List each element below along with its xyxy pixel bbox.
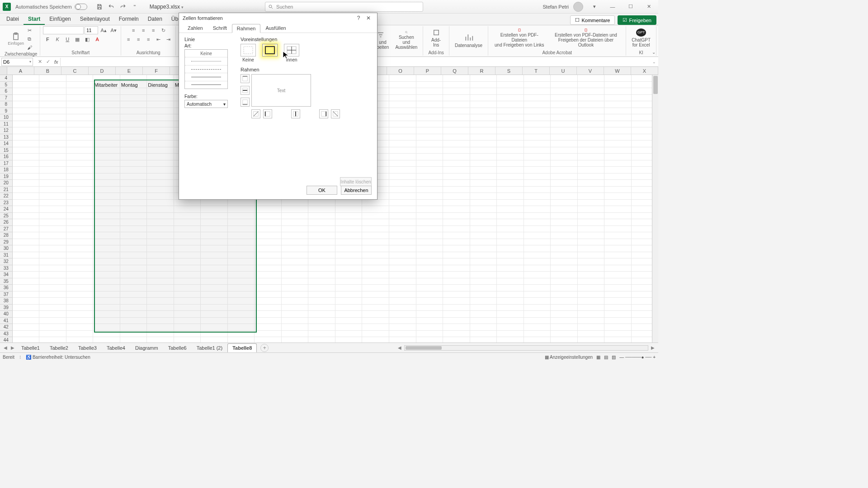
column-header[interactable]: C	[61, 67, 89, 75]
cell[interactable]	[147, 114, 174, 121]
row-header[interactable]: 36	[0, 285, 13, 291]
cell[interactable]	[147, 75, 174, 82]
cell[interactable]	[604, 298, 632, 305]
cell[interactable]	[93, 272, 120, 278]
cell[interactable]	[362, 311, 389, 318]
column-header[interactable]: P	[414, 67, 441, 75]
cell[interactable]	[39, 206, 66, 213]
cell[interactable]	[147, 258, 174, 265]
cell[interactable]	[174, 311, 201, 318]
cell[interactable]	[93, 160, 120, 167]
cell[interactable]	[578, 121, 605, 128]
cell[interactable]	[147, 88, 174, 95]
cell[interactable]	[524, 134, 551, 141]
cell[interactable]	[201, 213, 228, 220]
comments-button[interactable]: ☐ Kommentare	[570, 15, 615, 25]
cell[interactable]	[282, 239, 309, 246]
cell[interactable]	[524, 95, 551, 102]
cell[interactable]	[282, 258, 309, 265]
cell[interactable]	[578, 108, 605, 115]
cell[interactable]	[201, 311, 228, 318]
cell[interactable]	[255, 219, 282, 226]
sheet-tab[interactable]: Tabelle1 (2)	[192, 343, 227, 352]
cell[interactable]	[120, 219, 147, 226]
cell[interactable]	[604, 278, 632, 285]
cell[interactable]	[308, 272, 335, 278]
cell[interactable]	[13, 82, 40, 89]
cell[interactable]	[470, 311, 497, 318]
cell[interactable]	[13, 291, 40, 298]
cell[interactable]	[443, 114, 470, 121]
cell[interactable]	[228, 311, 255, 318]
cell[interactable]	[39, 167, 66, 174]
ribbon-tab-formeln[interactable]: Formeln	[114, 14, 143, 25]
cell[interactable]	[551, 291, 578, 298]
cell[interactable]	[174, 219, 201, 226]
cell[interactable]	[13, 193, 40, 200]
line-style-option[interactable]	[185, 81, 227, 89]
cell[interactable]	[497, 226, 524, 233]
cell[interactable]	[93, 318, 120, 324]
cell[interactable]	[416, 324, 443, 331]
cell[interactable]	[389, 167, 416, 174]
cell[interactable]	[416, 160, 443, 167]
cell[interactable]	[39, 226, 66, 233]
cell[interactable]	[66, 219, 94, 226]
cell[interactable]	[66, 114, 94, 121]
cell[interactable]	[39, 265, 66, 272]
cell[interactable]	[308, 219, 335, 226]
cell[interactable]	[120, 160, 147, 167]
cell[interactable]	[604, 258, 632, 265]
cell[interactable]	[308, 226, 335, 233]
cell[interactable]	[93, 331, 120, 338]
cell[interactable]	[416, 245, 443, 252]
cell[interactable]	[120, 193, 147, 200]
sheet-nav-next-icon[interactable]: ▶	[9, 345, 16, 350]
cell[interactable]	[93, 291, 120, 298]
cell[interactable]	[604, 82, 632, 89]
cell[interactable]	[39, 324, 66, 331]
cell[interactable]	[551, 226, 578, 233]
cell[interactable]	[389, 298, 416, 305]
cell[interactable]	[174, 239, 201, 246]
cell[interactable]	[443, 200, 470, 206]
line-color-dropdown[interactable]: Automatisch▾	[184, 100, 228, 108]
cell[interactable]	[362, 331, 389, 338]
cell[interactable]	[551, 252, 578, 259]
cell[interactable]	[120, 239, 147, 246]
cell[interactable]	[470, 160, 497, 167]
cell[interactable]	[443, 154, 470, 160]
cell[interactable]	[604, 160, 632, 167]
increase-font-icon[interactable]: A▴	[99, 26, 108, 34]
cell[interactable]	[120, 311, 147, 318]
cell[interactable]	[362, 206, 389, 213]
cell[interactable]	[147, 278, 174, 285]
cell[interactable]	[228, 318, 255, 324]
cell[interactable]	[39, 331, 66, 338]
cell[interactable]	[120, 258, 147, 265]
cell[interactable]	[174, 258, 201, 265]
cell[interactable]	[578, 200, 605, 206]
cell[interactable]	[66, 75, 94, 82]
cell[interactable]	[604, 187, 632, 193]
cell[interactable]	[497, 298, 524, 305]
cell[interactable]	[604, 75, 632, 82]
cell[interactable]	[362, 291, 389, 298]
cell[interactable]	[604, 114, 632, 121]
cell[interactable]	[443, 82, 470, 89]
ribbon-tab-daten[interactable]: Daten	[143, 14, 167, 25]
cell[interactable]	[93, 265, 120, 272]
cell[interactable]	[201, 206, 228, 213]
cell[interactable]	[604, 226, 632, 233]
cell[interactable]	[416, 108, 443, 115]
cell[interactable]	[389, 121, 416, 128]
cell[interactable]	[470, 324, 497, 331]
cell[interactable]	[93, 298, 120, 305]
cell[interactable]	[308, 298, 335, 305]
cell[interactable]	[470, 291, 497, 298]
cell[interactable]	[551, 331, 578, 338]
cell[interactable]	[443, 324, 470, 331]
cell[interactable]	[93, 245, 120, 252]
cell[interactable]	[93, 213, 120, 220]
cell[interactable]	[66, 291, 94, 298]
